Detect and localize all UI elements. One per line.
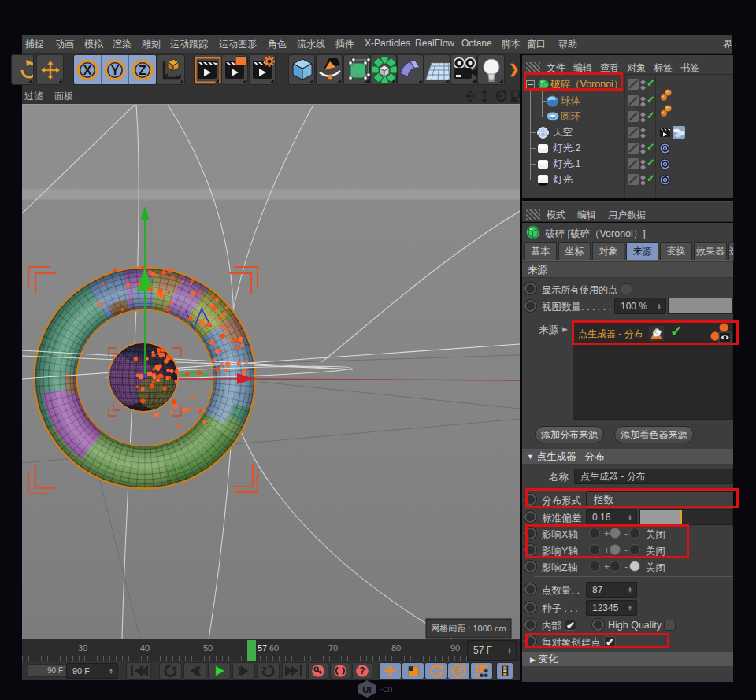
svg-text:Z: Z bbox=[139, 64, 146, 77]
svg-text:X: X bbox=[83, 64, 92, 77]
svg-text:P: P bbox=[456, 666, 462, 676]
svg-text:UI: UI bbox=[363, 685, 372, 694]
svg-text:·cn: ·cn bbox=[380, 683, 393, 694]
svg-text:Y: Y bbox=[111, 64, 120, 77]
svg-text:网格间距 : 1000 cm: 网格间距 : 1000 cm bbox=[431, 624, 506, 633]
svg-text:?: ? bbox=[359, 665, 365, 676]
